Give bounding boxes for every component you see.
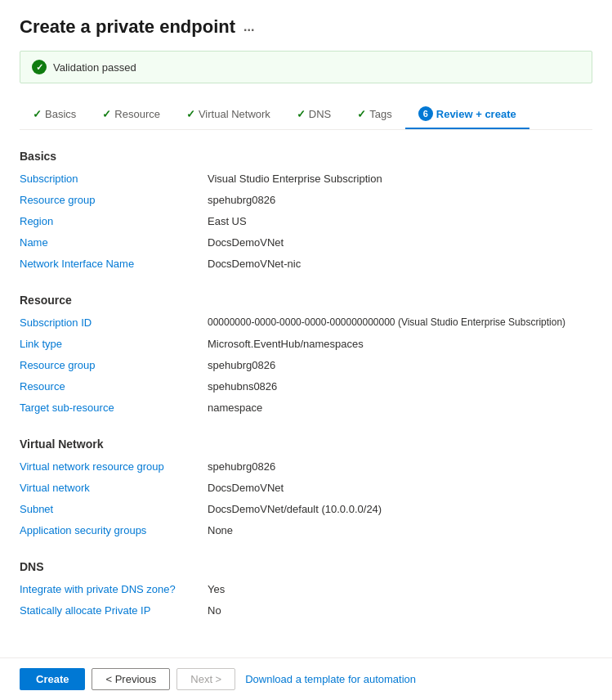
- tab-tags[interactable]: ✓ Tags: [344, 101, 404, 128]
- dns-section-title: DNS: [20, 560, 592, 573]
- basics-check-icon: ✓: [33, 108, 42, 120]
- options-menu-icon[interactable]: ...: [243, 20, 254, 34]
- wizard-tabs: ✓ Basics ✓ Resource ✓ Virtual Network ✓ …: [20, 100, 592, 130]
- basics-section: Basics Subscription Visual Studio Enterp…: [20, 150, 592, 274]
- create-button[interactable]: Create: [20, 668, 85, 690]
- field-virtual-network-label: Virtual network: [20, 482, 208, 498]
- field-subscription-id-label: Subscription ID: [20, 316, 208, 333]
- field-link-type-label: Link type: [20, 338, 208, 354]
- footer: Create < Previous Next > Download a temp…: [0, 657, 612, 700]
- field-resource-group-basics-value: spehubrg0826: [208, 194, 592, 210]
- download-template-button[interactable]: Download a template for automation: [245, 673, 416, 685]
- next-button[interactable]: Next >: [176, 668, 235, 690]
- field-subscription: Subscription Visual Studio Enterprise Su…: [20, 173, 592, 189]
- field-resource-group-resource: Resource group spehubrg0826: [20, 359, 592, 375]
- page-title: Create a private endpoint ...: [20, 16, 592, 38]
- field-region: Region East US: [20, 215, 592, 231]
- field-resource-label: Resource: [20, 380, 208, 397]
- field-link-type-value: Microsoft.EventHub/namespaces: [208, 338, 592, 354]
- field-target-sub-resource: Target sub-resource namespace: [20, 402, 592, 418]
- dns-section: DNS Integrate with private DNS zone? Yes…: [20, 560, 592, 621]
- field-integrate-dns-value: Yes: [208, 583, 592, 599]
- content-area: Basics Subscription Visual Studio Enterp…: [20, 150, 592, 698]
- tab-basics[interactable]: ✓ Basics: [20, 101, 89, 128]
- field-name-value: DocsDemoVNet: [208, 236, 592, 253]
- field-nic-name: Network Interface Name DocsDemoVNet-nic: [20, 258, 592, 274]
- field-app-security-groups: Application security groups None: [20, 524, 592, 541]
- field-static-ip-value: No: [208, 604, 592, 621]
- field-vnet-resource-group: Virtual network resource group spehubrg0…: [20, 460, 592, 477]
- field-integrate-dns-label: Integrate with private DNS zone?: [20, 583, 208, 599]
- review-create-badge: 6: [418, 106, 433, 121]
- field-resource-group-resource-value: spehubrg0826: [208, 359, 592, 375]
- field-resource: Resource spehubns0826: [20, 380, 592, 397]
- field-vnet-resource-group-value: spehubrg0826: [208, 460, 592, 477]
- resource-check-icon: ✓: [102, 108, 111, 120]
- field-vnet-resource-group-label: Virtual network resource group: [20, 460, 208, 477]
- virtual-network-section-title: Virtual Network: [20, 438, 592, 451]
- field-virtual-network-value: DocsDemoVNet: [208, 482, 592, 498]
- field-region-label: Region: [20, 215, 208, 231]
- field-subscription-id-value: 00000000-0000-0000-0000-000000000000 (Vi…: [208, 316, 592, 333]
- basics-section-title: Basics: [20, 150, 592, 163]
- field-subscription-id: Subscription ID 00000000-0000-0000-0000-…: [20, 316, 592, 333]
- field-subscription-label: Subscription: [20, 173, 208, 189]
- title-text: Create a private endpoint: [20, 16, 235, 38]
- field-nic-name-value: DocsDemoVNet-nic: [208, 258, 592, 274]
- dns-check-icon: ✓: [297, 108, 306, 120]
- field-subscription-value: Visual Studio Enterprise Subscription: [208, 173, 592, 189]
- field-resource-group-resource-label: Resource group: [20, 359, 208, 375]
- field-subnet-label: Subnet: [20, 503, 208, 519]
- field-link-type: Link type Microsoft.EventHub/namespaces: [20, 338, 592, 354]
- field-target-sub-resource-label: Target sub-resource: [20, 402, 208, 418]
- field-resource-group-basics: Resource group spehubrg0826: [20, 194, 592, 210]
- field-static-ip: Statically allocate Private IP No: [20, 604, 592, 621]
- tab-dns[interactable]: ✓ DNS: [284, 101, 344, 128]
- previous-button[interactable]: < Previous: [92, 668, 170, 690]
- validation-check-icon: [32, 60, 47, 74]
- tab-review-create[interactable]: 6 Review + create: [405, 100, 529, 129]
- field-resource-group-basics-label: Resource group: [20, 194, 208, 210]
- field-name-label: Name: [20, 236, 208, 253]
- field-target-sub-resource-value: namespace: [208, 402, 592, 418]
- field-virtual-network: Virtual network DocsDemoVNet: [20, 482, 592, 498]
- tab-virtual-network[interactable]: ✓ Virtual Network: [173, 101, 284, 128]
- virtual-network-section: Virtual Network Virtual network resource…: [20, 438, 592, 541]
- field-subnet-value: DocsDemoVNet/default (10.0.0.0/24): [208, 503, 592, 519]
- validation-text: Validation passed: [53, 61, 136, 74]
- resource-section-title: Resource: [20, 294, 592, 307]
- field-resource-value: spehubns0826: [208, 380, 592, 397]
- field-app-security-groups-value: None: [208, 524, 592, 541]
- resource-section: Resource Subscription ID 00000000-0000-0…: [20, 294, 592, 418]
- virtual-network-check-icon: ✓: [186, 108, 195, 120]
- field-name: Name DocsDemoVNet: [20, 236, 592, 253]
- field-region-value: East US: [208, 215, 592, 231]
- validation-banner: Validation passed: [20, 51, 592, 83]
- field-static-ip-label: Statically allocate Private IP: [20, 604, 208, 621]
- field-app-security-groups-label: Application security groups: [20, 524, 208, 541]
- field-integrate-dns: Integrate with private DNS zone? Yes: [20, 583, 592, 599]
- tab-resource[interactable]: ✓ Resource: [89, 101, 173, 128]
- field-nic-name-label: Network Interface Name: [20, 258, 208, 274]
- field-subnet: Subnet DocsDemoVNet/default (10.0.0.0/24…: [20, 503, 592, 519]
- tags-check-icon: ✓: [357, 108, 366, 120]
